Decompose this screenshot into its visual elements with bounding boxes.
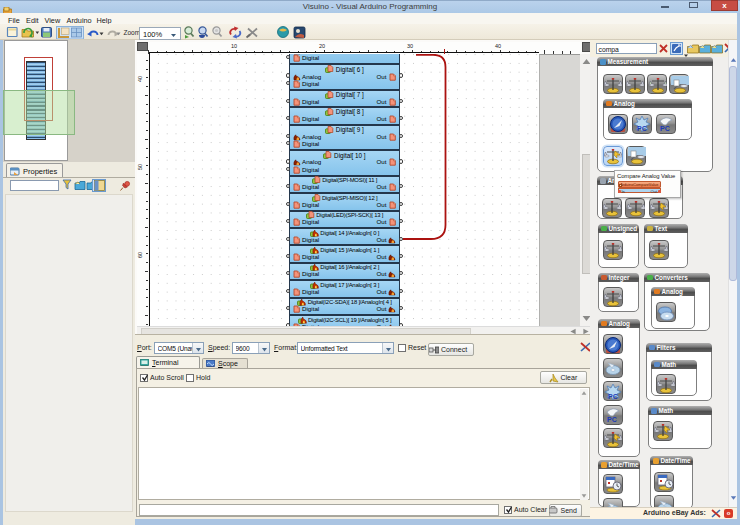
svg-text:PC: PC bbox=[607, 416, 617, 423]
svg-text:PC: PC bbox=[660, 125, 670, 132]
svg-text:PC: PC bbox=[637, 125, 647, 132]
svg-text:PC: PC bbox=[608, 392, 618, 399]
